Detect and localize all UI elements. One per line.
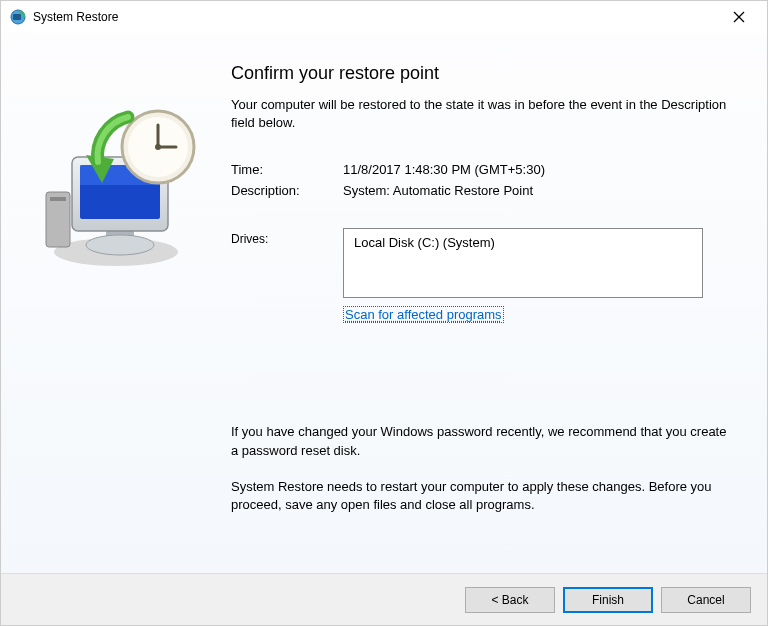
svg-rect-1 xyxy=(13,14,21,20)
scan-affected-programs-link[interactable]: Scan for affected programs xyxy=(343,306,504,323)
left-pane xyxy=(1,33,221,573)
drives-label: Drives: xyxy=(231,228,343,298)
drives-list: Local Disk (C:) (System) xyxy=(343,228,703,298)
time-label: Time: xyxy=(231,162,343,177)
content-area: Confirm your restore point Your computer… xyxy=(1,33,767,573)
system-restore-dialog: System Restore xyxy=(0,0,768,626)
close-button[interactable] xyxy=(719,3,759,31)
drives-row: Drives: Local Disk (C:) (System) xyxy=(231,228,737,298)
svg-rect-7 xyxy=(50,197,66,201)
description-row: Description: System: Automatic Restore P… xyxy=(231,183,737,198)
back-button[interactable]: < Back xyxy=(465,587,555,613)
time-row: Time: 11/8/2017 1:48:30 PM (GMT+5:30) xyxy=(231,162,737,177)
description-label: Description: xyxy=(231,183,343,198)
drive-item: Local Disk (C:) (System) xyxy=(354,235,692,250)
button-bar: < Back Finish Cancel xyxy=(1,573,767,625)
password-note: If you have changed your Windows passwor… xyxy=(231,423,737,459)
page-subtext: Your computer will be restored to the st… xyxy=(231,96,737,132)
svg-point-9 xyxy=(86,235,154,255)
cancel-button[interactable]: Cancel xyxy=(661,587,751,613)
restore-graphic-icon xyxy=(28,97,203,272)
restart-note: System Restore needs to restart your com… xyxy=(231,478,737,514)
system-restore-icon xyxy=(9,8,27,26)
right-pane: Confirm your restore point Your computer… xyxy=(221,33,767,573)
title-text: System Restore xyxy=(33,10,719,24)
time-value: 11/8/2017 1:48:30 PM (GMT+5:30) xyxy=(343,162,545,177)
description-value: System: Automatic Restore Point xyxy=(343,183,533,198)
bottom-notes: If you have changed your Windows passwor… xyxy=(231,423,737,514)
finish-button[interactable]: Finish xyxy=(563,587,653,613)
page-heading: Confirm your restore point xyxy=(231,63,737,84)
svg-point-17 xyxy=(155,144,161,150)
close-icon xyxy=(733,11,745,23)
titlebar: System Restore xyxy=(1,1,767,33)
